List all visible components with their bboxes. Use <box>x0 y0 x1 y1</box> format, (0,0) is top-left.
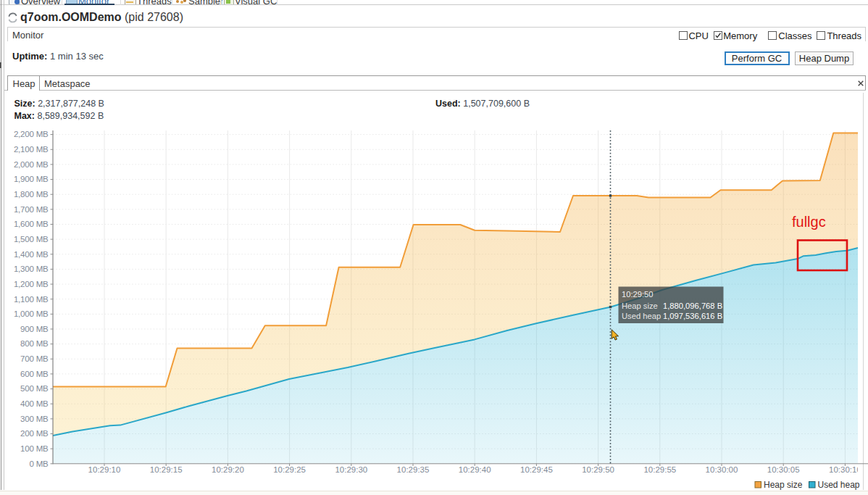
svg-text:Used heap: Used heap <box>818 480 860 490</box>
svg-text:800 MB: 800 MB <box>20 339 49 348</box>
svg-text:fullgc: fullgc <box>792 214 826 230</box>
svg-text:400 MB: 400 MB <box>20 399 49 408</box>
svg-text:10:30:00: 10:30:00 <box>706 465 738 474</box>
svg-text:1,300 MB: 1,300 MB <box>14 265 49 273</box>
svg-text:10:29:10: 10:29:10 <box>88 465 121 474</box>
svg-text:10:29:55: 10:29:55 <box>643 465 676 474</box>
svg-text:Heap size: Heap size <box>764 480 803 490</box>
svg-text:2,000 MB: 2,000 MB <box>14 160 49 169</box>
svg-text:1,880,096,768 B: 1,880,096,768 B <box>663 301 722 310</box>
svg-text:Heap size: Heap size <box>622 301 658 310</box>
svg-text:300 MB: 300 MB <box>20 415 49 423</box>
svg-text:2,100 MB: 2,100 MB <box>14 145 49 154</box>
svg-text:200 MB: 200 MB <box>20 429 49 438</box>
svg-text:600 MB: 600 MB <box>20 370 49 378</box>
svg-text:1,200 MB: 1,200 MB <box>14 280 49 288</box>
svg-text:0 MB: 0 MB <box>29 459 49 468</box>
svg-text:1,400 MB: 1,400 MB <box>14 250 49 259</box>
svg-text:1,500 MB: 1,500 MB <box>14 235 49 244</box>
svg-text:500 MB: 500 MB <box>20 384 49 393</box>
svg-text:10:29:15: 10:29:15 <box>150 465 183 474</box>
svg-text:1,000 MB: 1,000 MB <box>14 309 49 318</box>
svg-text:10:29:30: 10:29:30 <box>335 465 367 474</box>
svg-text:700 MB: 700 MB <box>20 354 49 363</box>
svg-text:10:30:05: 10:30:05 <box>767 465 800 474</box>
svg-text:Used heap: Used heap <box>622 312 661 320</box>
svg-text:10:29:45: 10:29:45 <box>520 465 553 474</box>
svg-text:10:29:25: 10:29:25 <box>273 465 306 474</box>
svg-text:10:29:20: 10:29:20 <box>212 465 244 474</box>
svg-text:1,600 MB: 1,600 MB <box>14 220 49 228</box>
svg-text:10:30:10: 10:30:10 <box>829 465 861 474</box>
svg-text:900 MB: 900 MB <box>20 325 49 333</box>
svg-text:10:29:50: 10:29:50 <box>622 290 654 299</box>
svg-text:10:29:40: 10:29:40 <box>459 465 491 474</box>
svg-text:1,700 MB: 1,700 MB <box>14 205 49 214</box>
svg-text:100 MB: 100 MB <box>20 444 49 453</box>
svg-text:1,900 MB: 1,900 MB <box>14 175 49 183</box>
svg-text:2,200 MB: 2,200 MB <box>14 130 49 138</box>
svg-text:1,097,536,616 B: 1,097,536,616 B <box>663 312 722 320</box>
svg-text:10:29:50: 10:29:50 <box>582 465 614 474</box>
svg-text:1,800 MB: 1,800 MB <box>14 190 49 199</box>
svg-text:1,100 MB: 1,100 MB <box>14 295 49 304</box>
svg-text:10:29:35: 10:29:35 <box>397 465 430 474</box>
